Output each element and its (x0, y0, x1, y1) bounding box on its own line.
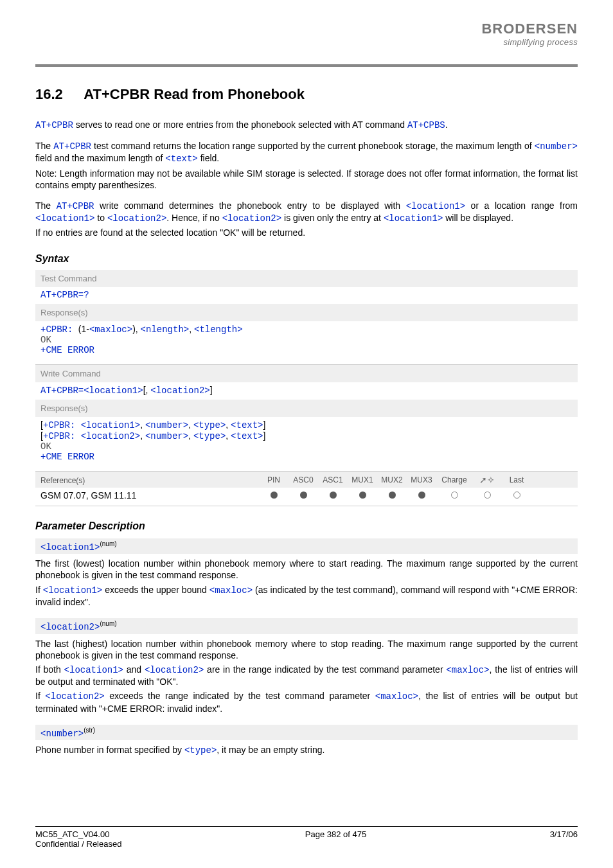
reference-header-row: Reference(s) PIN ASC0 ASC1 MUX1 MUX2 MUX… (35, 471, 578, 488)
reference-value-row: GSM 07.07, GSM 11.11 (35, 488, 578, 506)
dot-open-icon (513, 492, 520, 499)
text: , it may be an empty string. (217, 745, 324, 755)
text: +CPBR: (43, 420, 81, 430)
text: . Hence, if no (166, 213, 222, 223)
param-location2-header: <location2>(num) (35, 618, 578, 634)
write-command: AT+CPBR=<location1>[, <location2>] (35, 382, 578, 400)
dot-filled-icon (330, 492, 337, 499)
param-ref: <type> (193, 431, 226, 441)
param-ref: <number> (145, 431, 188, 441)
footer-date: 3/17/06 (550, 829, 578, 849)
dot-filled-icon (300, 492, 307, 499)
text: , (188, 420, 193, 430)
dot-open-icon (451, 492, 458, 499)
param-ref: <location1> (384, 213, 443, 224)
col-mux2: MUX2 (377, 475, 407, 486)
text: The (35, 141, 53, 151)
text: exceeds the range indicated by the test … (105, 691, 375, 701)
param-ref: <tlength> (194, 324, 243, 335)
parameter-description-heading: Parameter Description (35, 520, 578, 532)
dot-filled-icon (389, 492, 396, 499)
text: are in the range indicated by the test c… (204, 664, 446, 675)
text: write command determines the phonebook e… (94, 200, 405, 211)
param-ref: <location1> (64, 665, 123, 675)
param-ref: <location2> (45, 691, 104, 702)
ok-line: OK (40, 441, 573, 452)
footer-confidential: Confidential / Released (35, 839, 121, 849)
text: If no entries are found at the selected … (35, 227, 578, 238)
intro-para-3: The AT+CPBR write command determines the… (35, 200, 578, 239)
dot (472, 490, 502, 500)
text: ), (132, 324, 140, 334)
param-ref: <location2> (81, 431, 140, 441)
text: Note: Length information may not be avai… (35, 168, 578, 191)
param-number-body: Phone number in format specified by <typ… (35, 740, 578, 760)
intro-para-2: The AT+CPBR test command returns the loc… (35, 140, 578, 191)
text: +CPBR: (40, 324, 78, 335)
section-title: AT+CPBR Read from Phonebook (84, 86, 305, 102)
param-ref: <location2> (107, 213, 166, 224)
footer-page-number: Page 382 of 475 (305, 829, 366, 849)
dot-filled-icon (418, 492, 425, 499)
col-mux1: MUX1 (348, 475, 377, 486)
test-command-block: Test Command AT+CPBR=? Response(s) +CPBR… (35, 270, 578, 360)
text: , (226, 430, 231, 441)
cmd-ref: AT+CPBR (53, 141, 91, 152)
param-ref: <location2> (222, 213, 281, 224)
param-number-header: <number>(str) (35, 725, 578, 741)
references-label: Reference(s) (40, 476, 259, 485)
param-ref: <text> (231, 431, 263, 441)
alarm-icon: ➚✧ (479, 475, 495, 485)
col-mux3: MUX3 (407, 475, 436, 486)
param-ref: <maxloc> (89, 324, 132, 335)
text: ] (263, 430, 266, 441)
text: [, (143, 385, 151, 395)
param-ref: <location2> (145, 665, 204, 675)
param-tag: <number> (40, 728, 84, 738)
text: , (188, 430, 193, 441)
test-command: AT+CPBR=? (35, 287, 578, 304)
param-ref: <number> (535, 141, 578, 152)
dot-filled-icon (271, 492, 278, 499)
page: BRODERSEN simplifying process 16.2 AT+CP… (0, 0, 613, 868)
references-value: GSM 07.07, GSM 11.11 (40, 490, 259, 500)
text: exceeds the upper bound (102, 585, 209, 595)
error-line: +CME ERROR (40, 452, 573, 462)
dot (348, 490, 377, 500)
dot-open-icon (484, 492, 491, 499)
col-charge: Charge (436, 475, 472, 486)
param-ref: <type> (193, 420, 226, 430)
param-ref: <nlength> (141, 324, 190, 335)
text: If both (35, 664, 64, 675)
cmd-ref: AT+CPBR (35, 120, 73, 130)
text: AT+CPBR= (40, 385, 84, 396)
reference-columns: PIN ASC0 ASC1 MUX1 MUX2 MUX3 Charge ➚✧ L… (259, 475, 573, 486)
text: Phone number in format specified by (35, 745, 184, 755)
cmd-ref: AT+CPBS (407, 120, 445, 130)
param-ref: <text> (231, 420, 263, 430)
text: will be displayed. (443, 213, 513, 223)
text: to (94, 213, 107, 223)
footer-left: MC55_ATC_V04.00 Confidential / Released (35, 829, 121, 849)
error-line: +CME ERROR (40, 345, 573, 355)
text: ] (210, 385, 213, 395)
intro-para-1: AT+CPBR serves to read one or more entri… (35, 119, 578, 131)
text: , (140, 430, 145, 441)
dot (436, 490, 472, 500)
col-asc0: ASC0 (289, 475, 318, 486)
text: The last (highest) location number withi… (35, 638, 578, 661)
dot (407, 490, 436, 500)
param-sup: (num) (100, 540, 116, 547)
test-response: +CPBR: (1-<maxloc>), <nlength>, <tlength… (35, 321, 578, 360)
ok-line: OK (40, 335, 573, 345)
param-ref: <location1> (81, 420, 140, 430)
dot (259, 490, 289, 500)
param-ref: <location1> (84, 385, 143, 396)
dot (377, 490, 407, 500)
header-rule (35, 64, 578, 67)
text: serves to read one or more entries from … (73, 120, 407, 130)
text: ] (263, 420, 266, 430)
footer-doc-id: MC55_ATC_V04.00 (35, 829, 121, 839)
dot (318, 490, 348, 500)
text: The (35, 200, 57, 211)
